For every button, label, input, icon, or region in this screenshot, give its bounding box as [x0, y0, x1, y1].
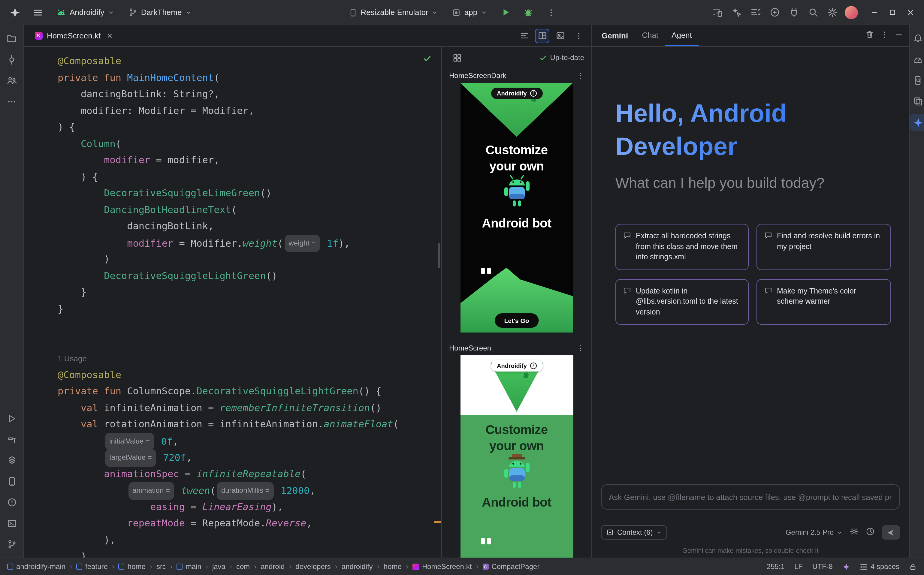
encoding-indicator[interactable]: UTF-8: [812, 562, 833, 571]
code-line[interactable]: private fun MainHomeContent(: [58, 69, 441, 86]
suggestion-card[interactable]: Find and resolve build errors in my proj…: [757, 224, 891, 270]
code-line[interactable]: dancingBotLink: String?,: [58, 86, 441, 102]
run-configuration-selector[interactable]: app: [449, 5, 490, 19]
window-maximize-button[interactable]: [884, 5, 900, 20]
search-icon[interactable]: [805, 5, 821, 20]
context-chip[interactable]: Context (6): [601, 525, 667, 540]
code-line[interactable]: [58, 317, 441, 334]
code-line[interactable]: ) {: [58, 168, 441, 185]
code-line[interactable]: ): [58, 548, 441, 558]
split-view-toggle[interactable]: [535, 29, 549, 43]
code-line[interactable]: modifier: Modifier = Modifier,: [58, 102, 441, 119]
code-line[interactable]: DecorativeSquiggleLimeGreen(): [58, 185, 441, 202]
hide-panel-icon[interactable]: [894, 30, 903, 41]
code-line[interactable]: modifier = modifier,: [58, 152, 441, 168]
code-line[interactable]: private fun ColumnScope.DecorativeSquigg…: [58, 383, 441, 399]
code-line[interactable]: DancingBotHeadlineText(: [58, 202, 441, 218]
more-actions-icon[interactable]: [543, 5, 559, 20]
suggestion-card[interactable]: Make my Theme's color scheme warmer: [757, 279, 891, 325]
code-line[interactable]: easing = LinearEasing),: [58, 499, 441, 515]
preview-options-icon[interactable]: ⋮: [577, 71, 584, 80]
build-analyzer-icon[interactable]: [747, 5, 763, 20]
indent-indicator[interactable]: 4 spaces: [860, 562, 899, 571]
preview-options-icon[interactable]: ⋮: [577, 344, 584, 352]
plugins-icon[interactable]: [786, 5, 802, 20]
code-line[interactable]: }: [58, 300, 441, 317]
trash-icon[interactable]: [865, 30, 874, 41]
preview-phone-light[interactable]: Androidify i Customize your own Android …: [460, 355, 573, 558]
breadcrumb-item[interactable]: com: [236, 562, 250, 571]
device-streaming-icon[interactable]: [709, 5, 725, 20]
project-selector[interactable]: Androidify: [53, 5, 118, 19]
notifications-icon[interactable]: [910, 30, 924, 47]
editor-scrollbar[interactable]: [438, 243, 440, 268]
send-button[interactable]: [882, 525, 900, 540]
breadcrumb-item[interactable]: home: [119, 562, 146, 571]
gemini-assist-icon[interactable]: [728, 5, 744, 20]
write-access-lock-icon[interactable]: [909, 563, 917, 570]
ai-actions-icon[interactable]: [767, 5, 782, 20]
lets-go-button[interactable]: Let's Go: [495, 313, 539, 328]
vcs-branch-selector[interactable]: DarkTheme: [125, 5, 195, 19]
pull-requests-icon[interactable]: [3, 72, 20, 89]
more-tool-windows-icon[interactable]: [3, 93, 20, 110]
editor-more-options-icon[interactable]: [571, 28, 587, 43]
window-close-button[interactable]: [902, 5, 918, 20]
tab-close-icon[interactable]: ✕: [107, 32, 113, 40]
run-tool-window-icon[interactable]: [3, 410, 20, 427]
code-line[interactable]: val infiniteAnimation = rememberInfinite…: [58, 399, 441, 416]
packages-icon[interactable]: [3, 452, 20, 469]
breadcrumb-item[interactable]: developers: [296, 562, 331, 571]
gemini-prompt-input[interactable]: Ask Gemini, use @filename to attach sour…: [601, 484, 900, 510]
profiler-icon[interactable]: [910, 51, 924, 68]
device-manager-icon[interactable]: [3, 473, 20, 490]
hamburger-menu-icon[interactable]: [30, 5, 46, 20]
gemini-sidebar-icon[interactable]: [910, 114, 924, 131]
device-explorer-icon[interactable]: [910, 72, 924, 89]
line-ending-indicator[interactable]: LF: [794, 562, 803, 571]
code-line[interactable]: animation = tween(durationMillis = 12000…: [58, 482, 441, 499]
build-tool-window-icon[interactable]: [3, 431, 20, 448]
version-control-icon[interactable]: [3, 536, 20, 553]
breadcrumb-item[interactable]: home: [384, 562, 402, 571]
inspections-ok-icon[interactable]: [423, 54, 432, 65]
breadcrumb-item[interactable]: HomeScreen.kt: [412, 562, 472, 571]
breadcrumb-item[interactable]: java: [212, 562, 226, 571]
preview-gallery-icon[interactable]: [449, 50, 465, 65]
breadcrumb-item[interactable]: androidify-main: [7, 562, 65, 571]
gemini-more-options-icon[interactable]: [880, 30, 888, 41]
suggestion-card[interactable]: Update kotlin in @libs.version.toml to t…: [615, 279, 749, 325]
ai-status-icon[interactable]: [842, 563, 850, 570]
code-line[interactable]: initialValue = 0f,: [58, 432, 441, 449]
code-line[interactable]: targetValue = 720f,: [58, 449, 441, 465]
tab-chat[interactable]: Chat: [635, 25, 665, 46]
design-view-toggle[interactable]: [553, 29, 567, 43]
code-area[interactable]: @Composableprivate fun MainHomeContent( …: [24, 47, 441, 558]
code-line[interactable]: Column(: [58, 135, 441, 152]
code-line[interactable]: val rotationAnimation = infiniteAnimatio…: [58, 416, 441, 432]
caret-position[interactable]: 255:1: [767, 562, 785, 571]
breadcrumb-item[interactable]: android: [261, 562, 285, 571]
code-line[interactable]: }: [58, 284, 441, 300]
tab-agent[interactable]: Agent: [665, 25, 698, 46]
editor-tab-homescreen[interactable]: K HomeScreen.kt ✕: [30, 25, 118, 46]
project-folder-icon[interactable]: [3, 30, 20, 47]
window-minimize-button[interactable]: [866, 5, 882, 20]
code-line[interactable]: ): [58, 251, 441, 267]
breadcrumb-item[interactable]: main: [177, 562, 202, 571]
breadcrumb-item[interactable]: src: [156, 562, 166, 571]
breadcrumb-item[interactable]: feature: [76, 562, 108, 571]
code-line[interactable]: animationSpec = infiniteRepeatable(: [58, 465, 441, 482]
code-line[interactable]: repeatMode = RepeatMode.Reverse,: [58, 515, 441, 532]
code-line[interactable]: ) {: [58, 119, 441, 135]
debug-button[interactable]: [520, 5, 536, 20]
problems-icon[interactable]: [3, 494, 20, 511]
code-line[interactable]: modifier = Modifier.weight(weight = 1f),: [58, 234, 441, 251]
terminal-icon[interactable]: [3, 515, 20, 532]
model-selector[interactable]: Gemini 2.5 Pro: [786, 528, 842, 537]
code-line[interactable]: [58, 334, 441, 350]
suggestion-card[interactable]: Extract all hardcoded strings from this …: [615, 224, 749, 270]
run-button[interactable]: [498, 5, 513, 20]
layout-inspector-icon[interactable]: [910, 93, 924, 110]
settings-icon[interactable]: [824, 5, 840, 20]
